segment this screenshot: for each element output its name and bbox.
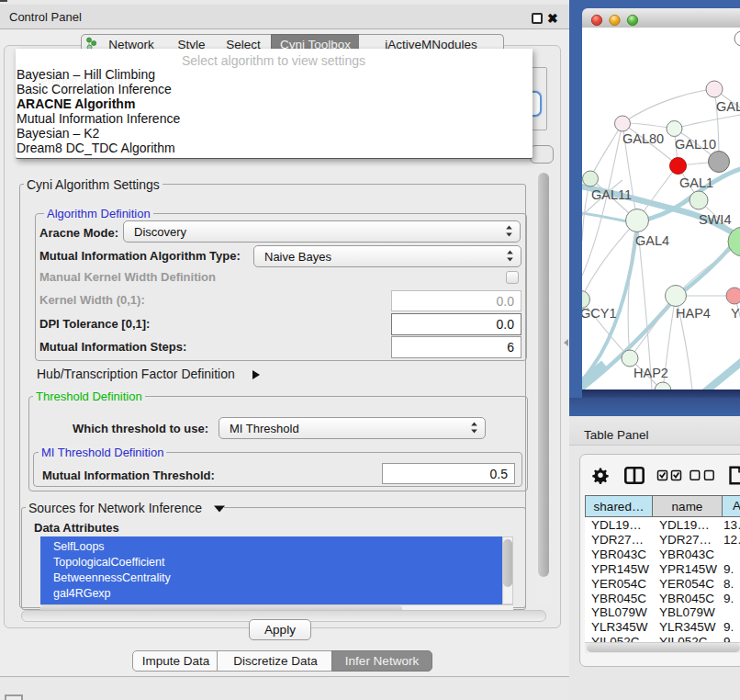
svg-text:GAL10: GAL10 (675, 137, 716, 152)
svg-text:GAL11: GAL11 (591, 187, 632, 202)
svg-text:GCY1: GCY1 (582, 306, 617, 321)
svg-text:HAP4: HAP4 (676, 306, 711, 321)
svg-text:GAL80: GAL80 (622, 131, 664, 146)
svg-text:GAL4: GAL4 (635, 233, 669, 248)
svg-text:SWI4: SWI4 (699, 212, 731, 227)
svg-text:GAL7: GAL7 (716, 99, 740, 114)
svg-text:Y: Y (731, 306, 740, 321)
svg-text:GAL1: GAL1 (679, 175, 713, 190)
svg-text:HAP2: HAP2 (633, 366, 668, 380)
